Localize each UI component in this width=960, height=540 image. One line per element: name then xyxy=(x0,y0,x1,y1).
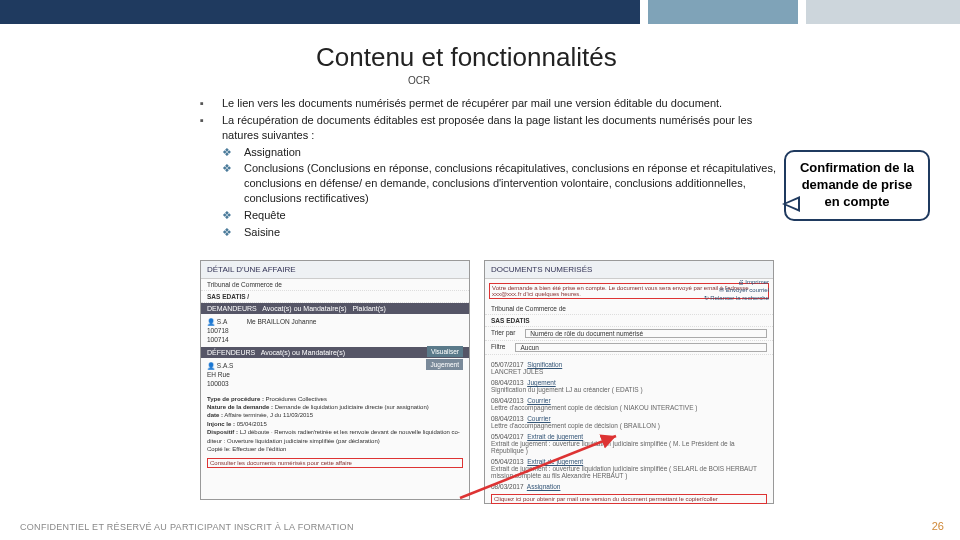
label: Injonc le : xyxy=(207,421,235,427)
sub-bullet-assignation: Assignation xyxy=(244,145,301,160)
doc-row[interactable]: 05/04/2017 Extrait de jugementExtrait de… xyxy=(485,431,773,456)
sort-select[interactable]: Numéro de rôle du document numérisé xyxy=(525,329,767,338)
screenshot-detail-affaire: DÉTAIL D'UNE AFFAIRE Tribunal de Commerc… xyxy=(200,260,470,500)
refresh-link[interactable]: ↻ Relancer la recherche xyxy=(704,295,769,303)
value: Procédures Collectives xyxy=(266,396,327,402)
callout-line: demande de prise xyxy=(800,177,914,194)
label: Dispositif : xyxy=(207,429,238,435)
cell: Me BRAILLON Johanne xyxy=(247,317,317,344)
bullet-1: Le lien vers les documents numérisés per… xyxy=(222,96,722,111)
col-header: Plaidant(s) xyxy=(352,305,385,312)
screenshot-documents-numerises: DOCUMENTS NUMERISÉS Votre demande a bien… xyxy=(484,260,774,504)
cell: S.A xyxy=(217,318,227,325)
cell: EH Rue xyxy=(207,371,230,378)
value: Copié le: Effectuer de l'édition xyxy=(207,446,286,452)
callout-line: Confirmation de la xyxy=(800,160,914,177)
filter-select[interactable]: Aucun xyxy=(515,343,767,352)
value: 05/04/2015 xyxy=(237,421,267,427)
callout-line: en compte xyxy=(800,194,914,211)
value: LJ déboute · Renvois radier/retirée et l… xyxy=(207,429,460,443)
label: Type de procédure : xyxy=(207,396,264,402)
callout-confirmation: Confirmation de la demande de prise en c… xyxy=(784,150,930,221)
label: date : xyxy=(207,412,223,418)
highlighted-link[interactable]: Consulter les documents numérisés pour c… xyxy=(207,458,463,468)
doc-row[interactable]: 08/04/2013 JugementSignification du juge… xyxy=(485,377,773,395)
cell: 100714 xyxy=(207,336,229,343)
label: Filtre xyxy=(491,343,505,352)
doc-row[interactable]: 08/04/2013 CourrierLettre d'accompagneme… xyxy=(485,395,773,413)
value: Demande de liquidation judiciaire direct… xyxy=(275,404,429,410)
party-name: SAS EDATIS xyxy=(491,317,530,324)
label: Tribunal de Commerce de xyxy=(491,305,566,312)
sub-bullet-requete: Requête xyxy=(244,208,286,223)
doc-row[interactable]: 08/04/2013 CourrierLettre d'accompagneme… xyxy=(485,413,773,431)
page-title: Contenu et fonctionnalités xyxy=(316,42,960,73)
label: Trier par xyxy=(491,329,515,338)
section-header: DEMANDEURS xyxy=(207,305,257,312)
page-subtitle: OCR xyxy=(408,75,960,86)
col-header: Avocat(s) ou Mandataire(s) xyxy=(261,349,345,356)
doc-row[interactable]: 05/07/2017 SignificationLANCRET JULES xyxy=(485,359,773,377)
doc-list: 05/07/2017 SignificationLANCRET JULES08/… xyxy=(485,359,773,492)
body-text: ▪Le lien vers les documents numérisés pe… xyxy=(200,96,780,240)
cell: 100718 xyxy=(207,327,229,334)
top-accent-bar xyxy=(0,0,960,24)
page-number: 26 xyxy=(932,520,944,532)
cell: S.A.S xyxy=(217,362,234,369)
visualiser-button[interactable]: Visualiser xyxy=(427,346,463,357)
cell: 100003 xyxy=(207,380,229,387)
section-header: DÉFENDEURS xyxy=(207,349,255,356)
doc-row[interactable]: 08/03/2017 Assignation xyxy=(485,481,773,492)
callout-tail-icon xyxy=(782,196,800,212)
panel-header: DOCUMENTS NUMERISÉS xyxy=(485,261,773,279)
bullet-2: La récupération de documents éditables e… xyxy=(222,113,780,143)
value: Affaire terminée, J du 11/03/2015 xyxy=(224,412,313,418)
col-header: Avocat(s) ou Mandataire(s) xyxy=(262,305,346,312)
panel-header: DÉTAIL D'UNE AFFAIRE xyxy=(201,261,469,279)
jugement-button[interactable]: Jugement xyxy=(426,359,463,370)
highlighted-ocr-link[interactable]: Cliquez ici pour obtenir par mail une ve… xyxy=(491,494,767,504)
sub-bullet-conclusions: Conclusions (Conclusions en réponse, con… xyxy=(244,161,780,206)
sub-bullet-saisine: Saisine xyxy=(244,225,280,240)
print-link[interactable]: 🖨 Imprimer xyxy=(704,279,769,287)
email-link[interactable]: ✉ Envoyer courriel xyxy=(704,287,769,295)
party-name: SAS EDATIS / xyxy=(207,293,249,300)
footer-text: CONFIDENTIEL ET RÉSERVÉ AU PARTICIPANT I… xyxy=(20,522,354,532)
doc-row[interactable]: 05/04/2013 Extrait de jugementExtrait de… xyxy=(485,456,773,481)
label: Nature de la demande : xyxy=(207,404,273,410)
label: Tribunal de Commerce de xyxy=(207,281,282,288)
